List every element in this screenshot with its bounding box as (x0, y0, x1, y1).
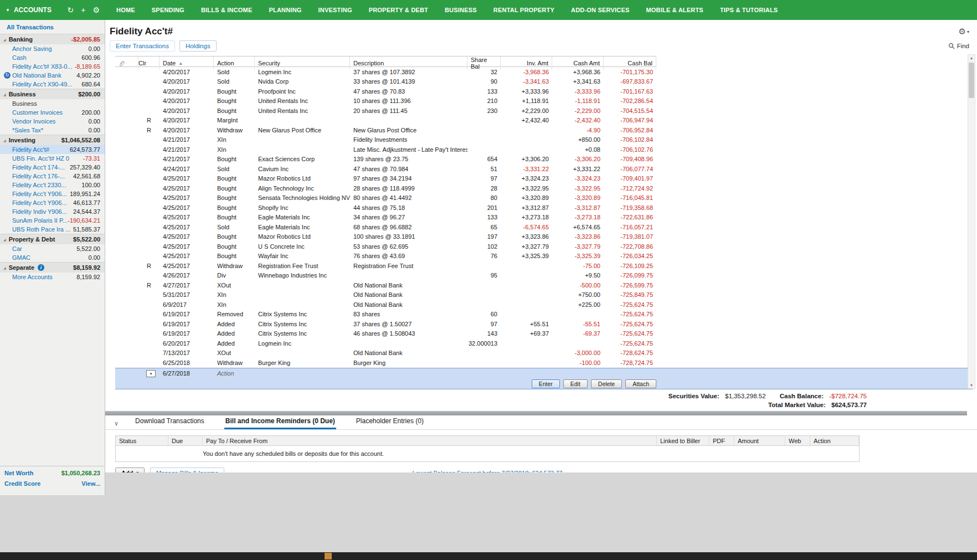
attach-column-header[interactable] (115, 56, 138, 70)
sidebar-account-fidelity-acc-t-x83-0[interactable]: Fidelity Acc't# X83-0...-8,189.65 (0, 62, 105, 71)
share-bal-column-header[interactable]: Share Bal (467, 56, 501, 70)
sidebar-account-old-national-bank[interactable]: ↻Old National Bank4,902.20 (0, 71, 105, 80)
tab-bill-and-income-reminders-0-due[interactable]: Bill and Income Reminders (0 Due) (224, 415, 336, 429)
sidebar-account-car[interactable]: Car5,522.00 (0, 244, 105, 253)
credit-score-label[interactable]: Credit Score (4, 480, 40, 487)
transaction-row[interactable]: 4/25/2017BoughtSensata Technologies Hold… (115, 193, 656, 203)
transaction-row[interactable]: 4/20/2017BoughtProofpoint Inc47 shares @… (115, 86, 656, 96)
sidebar-account-fidelity-indiv-y906[interactable]: Fidelity Indiv Y906...24,544.37 (0, 207, 105, 216)
transaction-row[interactable]: R4/25/2017WithdrawRegistration Fee Trust… (115, 261, 656, 271)
nav-item-business[interactable]: BUSINESS (445, 7, 477, 13)
sidebar-account-more-accounts[interactable]: More Accounts8,159.92 (0, 273, 105, 281)
sidebar-account-sales-tax[interactable]: *Sales Tax*0.00 (0, 126, 105, 135)
transaction-row[interactable]: 5/31/2017XInOld National Bank+750.00-725… (115, 290, 656, 300)
manage-bills-button[interactable]: Manage Bills & Income (150, 467, 225, 473)
forecast-link[interactable]: Lowest Balance Forecast before 7/27/2018… (413, 470, 563, 473)
accounts-gear-icon[interactable]: ⚙ (92, 6, 100, 14)
holdings-button[interactable]: Holdings (179, 40, 217, 52)
nav-item-rental-property[interactable]: RENTAL PROPERTY (493, 7, 554, 13)
clr-column-header[interactable]: Clr (138, 56, 160, 70)
sidebar-account-fidelity-acc-t[interactable]: Fidelity Acc't#624,573.77 (0, 145, 105, 154)
sidebar-account-sunam-polaris-ii-p[interactable]: SunAm Polaris II P...-190,634.21 (0, 216, 105, 225)
nav-item-investing[interactable]: INVESTING (318, 7, 352, 13)
account-section-banking[interactable]: ◢Banking-$2,005.85 (0, 34, 105, 44)
new-transaction-date[interactable]: 6/27/2018 (160, 370, 214, 377)
refresh-icon[interactable]: ↻ (68, 6, 74, 14)
transaction-row[interactable]: 4/25/2017BoughtU S Concrete Inc53 shares… (115, 242, 656, 251)
sidebar-account-fidelity-acc-t-2330[interactable]: Fidelity Acc't 2330...100.00 (0, 181, 105, 189)
scroll-up-icon[interactable]: ▲ (968, 56, 975, 60)
transaction-row[interactable]: 4/25/2017SoldEagle Materials Inc68 share… (115, 222, 656, 232)
accounts-header[interactable]: ▼ ACCOUNTS ↻ + ⚙ (0, 6, 105, 14)
cash-bal-column-header[interactable]: Cash Bal (604, 56, 656, 70)
transaction-row[interactable]: 6/20/2017AddedLogmein Inc32.000013-725,6… (115, 338, 656, 348)
nav-item-mobile-alerts[interactable]: MOBILE & ALERTS (646, 7, 703, 13)
transaction-row[interactable]: 7/13/2017XOutOld National Bank-3,000.00-… (115, 348, 656, 358)
transaction-row[interactable]: R4/27/2017XOutOld National Bank-500.00-7… (115, 280, 656, 290)
transaction-row[interactable]: 6/19/2017AddedCitrix Systems Inc46 share… (115, 329, 656, 339)
transaction-row[interactable]: 4/24/2017SoldCavium Inc47 shares @ 70.98… (115, 164, 656, 174)
scrollbar-thumb[interactable] (969, 63, 974, 98)
transaction-row[interactable]: 4/21/2017XInLate Misc. Adjkustment - Lat… (115, 145, 656, 155)
transaction-row[interactable]: 4/25/2017BoughtAlign Technology Inc28 sh… (115, 183, 656, 193)
transaction-row[interactable]: 4/25/2017BoughtMazor Robotics Ltd100 sha… (115, 232, 656, 242)
nav-item-add-on-services[interactable]: ADD-ON SERVICES (571, 7, 629, 13)
nav-item-home[interactable]: HOME (116, 7, 135, 13)
transaction-row[interactable]: 4/25/2017BoughtMazor Robotics Ltd97 shar… (115, 174, 656, 184)
transaction-row[interactable]: 4/20/2017BoughtUnited Rentals Inc10 shar… (115, 96, 656, 106)
scroll-down-icon[interactable]: ▼ (968, 383, 975, 387)
register-scrollbar[interactable]: ▲ ▼ (968, 54, 975, 389)
credit-score-view-link[interactable]: View... (81, 480, 100, 487)
description-column-header[interactable]: Description (350, 56, 467, 70)
sidebar-account-customer-invoices[interactable]: Customer Invoices200.00 (0, 108, 105, 117)
find-control[interactable]: Find (948, 43, 969, 49)
transaction-row[interactable]: 6/9/2017XInOld National Bank+225.00-725,… (115, 300, 656, 310)
register-actions-menu[interactable]: ⚙ ▾ (959, 27, 969, 37)
taskbar-app-icon[interactable] (325, 553, 332, 559)
sidebar-account-fidelity-acc-t-y906[interactable]: Fidelity Acc't Y906...46,613.77 (0, 198, 105, 207)
edit-button[interactable]: Edit (563, 379, 588, 388)
sidebar-account-ubs-fin-acc-t-hz-0[interactable]: UBS Fin. Acc't# HZ 0-73.31 (0, 154, 105, 163)
sidebar-account-business[interactable]: Business (0, 99, 105, 108)
collapse-panel-icon[interactable]: ∨ (114, 420, 119, 429)
transaction-row[interactable]: 6/19/2017RemovedCitrix Systems Inc83 sha… (115, 310, 656, 320)
transaction-row[interactable]: 4/25/2017BoughtEagle Materials Inc34 sha… (115, 213, 656, 223)
transaction-row[interactable]: 6/25/2018WithdrawBurger KingBurger King-… (115, 358, 656, 368)
nav-item-spending[interactable]: SPENDING (152, 7, 184, 13)
enter-button[interactable]: Enter (532, 379, 560, 388)
transaction-row[interactable]: 4/25/2017BoughtShopify Inc44 shares @ 75… (115, 203, 656, 213)
sidebar-account-gmac[interactable]: GMAC0.00 (0, 253, 105, 262)
transaction-row[interactable]: 4/20/2017SoldNvida Corp33 shares @ 101.4… (115, 77, 656, 87)
tab-download-transactions[interactable]: Download Transactions (134, 415, 205, 429)
nav-item-bills-income[interactable]: BILLS & INCOME (201, 7, 253, 13)
transaction-row[interactable]: 4/25/2017BoughtWayfair Inc76 shares @ 43… (115, 251, 656, 261)
transaction-row[interactable]: 4/21/2017XInFidelity Investments+850.00-… (115, 135, 656, 145)
security-column-header[interactable]: Security (255, 56, 350, 70)
add-account-icon[interactable]: + (81, 6, 85, 14)
transaction-row[interactable]: R4/20/2017WithdrawNew Glarus Post Office… (115, 125, 656, 135)
entry-dropdown-button[interactable]: ▼ (146, 370, 156, 377)
sidebar-account-cash[interactable]: Cash600.96 (0, 53, 105, 62)
account-section-property-debt[interactable]: ◢Property & Debt$5,522.00 (0, 234, 105, 244)
add-reminder-button[interactable]: Add ▾ (115, 467, 145, 473)
transaction-row[interactable]: 6/19/2017AddedCitrix Systems Inc37 share… (115, 319, 656, 329)
sidebar-all-transactions[interactable]: All Transactions (0, 20, 105, 34)
sidebar-account-anchor-saving[interactable]: Anchor Saving0.00 (0, 44, 105, 53)
delete-button[interactable]: Delete (591, 379, 622, 388)
tab-placeholder-entries-0[interactable]: Placeholder Entries (0) (355, 415, 425, 429)
sidebar-account-fidelity-acc-t-174[interactable]: Fidelity Acc't 174-...257,329.40 (0, 163, 105, 172)
sidebar-account-fidelity-acc-t-x90-49[interactable]: Fidelity Acc't X90-49...680.64 (0, 80, 105, 89)
nav-item-property-debt[interactable]: PROPERTY & DEBT (369, 7, 428, 13)
action-column-header[interactable]: Action (214, 56, 255, 70)
sidebar-account-vendor-invoices[interactable]: Vendor Invoices0.00 (0, 117, 105, 126)
nav-item-planning[interactable]: PLANNING (269, 7, 302, 13)
new-transaction-action-placeholder[interactable]: Action (214, 370, 255, 377)
date-column-header[interactable]: Date ▲ (160, 56, 214, 70)
account-section-separate[interactable]: ◢Separatei$8,159.92 (0, 262, 105, 273)
sidebar-account-fidelity-acc-t-176[interactable]: Fidelity Acc't 176-...42,561.68 (0, 172, 105, 181)
new-transaction-row[interactable]: ▼ 6/27/2018 Action (115, 368, 973, 378)
cash-amt-column-header[interactable]: Cash Amt (552, 56, 604, 70)
net-worth-label[interactable]: Net Worth (4, 470, 33, 476)
account-section-business[interactable]: ◢Business$200.00 (0, 89, 105, 99)
transaction-row[interactable]: 4/20/2017SoldLogmein Inc37 shares @ 107.… (115, 67, 656, 77)
